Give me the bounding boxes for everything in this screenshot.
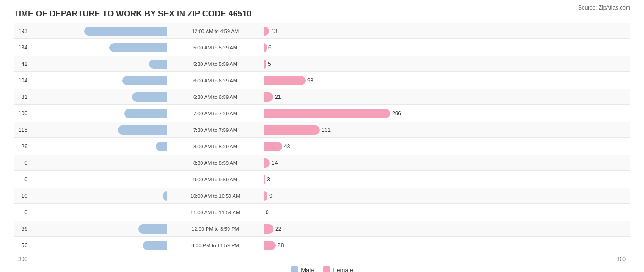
male-value: 100 — [14, 110, 27, 117]
time-label: 7:30 AM to 7:59 AM — [169, 127, 261, 133]
right-section: 296 — [261, 109, 417, 118]
right-section: 22 — [261, 224, 417, 234]
female-bar — [264, 43, 267, 52]
time-label: 8:30 AM to 8:59 AM — [169, 160, 261, 166]
male-bar-container — [29, 208, 167, 217]
right-section: 5 — [261, 60, 417, 69]
time-label: 12:00 AM to 4:59 AM — [169, 28, 261, 34]
male-bar — [118, 125, 167, 135]
table-row: 0 11:00 AM to 11:59 AM 0 — [14, 205, 630, 220]
male-bar-container — [29, 175, 167, 184]
chart-title: TIME OF DEPARTURE TO WORK BY SEX IN ZIP … — [14, 9, 630, 19]
female-value: 43 — [284, 143, 298, 150]
left-section: 104 — [14, 76, 169, 85]
table-row: 100 7:00 AM to 7:29 AM 296 — [14, 106, 630, 121]
female-value: 22 — [275, 226, 289, 232]
left-section: 134 — [14, 43, 169, 52]
time-label: 12:00 PM to 3:59 PM — [169, 226, 261, 232]
male-bar-container — [29, 125, 167, 135]
time-label: 9:00 AM to 9:59 AM — [169, 177, 261, 182]
table-row: 134 5:00 AM to 5:29 AM 6 — [14, 40, 630, 55]
left-section: 0 — [14, 208, 169, 217]
left-section: 81 — [14, 92, 169, 102]
male-value: 0 — [14, 160, 27, 166]
male-value: 26 — [14, 143, 27, 150]
male-bar-container — [29, 27, 167, 36]
male-bar — [143, 241, 167, 250]
left-section: 115 — [14, 125, 169, 135]
male-bar-container — [29, 142, 167, 151]
male-value: 193 — [14, 28, 27, 34]
table-row: 115 7:30 AM to 7:59 AM 131 — [14, 122, 630, 138]
right-section: 98 — [261, 76, 417, 85]
right-section: 43 — [261, 142, 417, 151]
male-bar — [109, 43, 167, 52]
female-bar — [264, 109, 390, 118]
female-value: 13 — [271, 28, 285, 34]
left-section: 56 — [14, 241, 169, 250]
chart-area: 193 12:00 AM to 4:59 AM 13 134 5:00 AM t… — [14, 23, 630, 253]
right-section: 3 — [261, 175, 417, 184]
table-row: 42 5:30 AM to 5:59 AM 5 — [14, 56, 630, 72]
male-value: 66 — [14, 226, 27, 232]
female-bar — [264, 191, 267, 201]
female-value: 131 — [322, 127, 335, 133]
left-section: 193 — [14, 27, 169, 36]
female-value: 5 — [268, 61, 282, 67]
female-legend-box — [323, 266, 330, 272]
male-legend-box — [291, 266, 298, 272]
male-bar-container — [29, 224, 167, 234]
time-label: 6:30 AM to 6:59 AM — [169, 94, 261, 100]
male-value: 56 — [14, 242, 27, 249]
male-bar-container — [29, 241, 167, 250]
right-section: 9 — [261, 191, 417, 201]
left-section: 42 — [14, 60, 169, 69]
right-section: 28 — [261, 241, 417, 250]
female-bar — [264, 27, 269, 36]
time-label: 4:00 PM to 11:59 PM — [169, 243, 261, 248]
female-bar — [264, 76, 306, 85]
left-section: 0 — [14, 175, 169, 184]
right-section: 14 — [261, 158, 417, 168]
female-value: 21 — [275, 94, 289, 100]
time-label: 11:00 AM to 11:59 AM — [169, 210, 261, 215]
time-label: 7:00 AM to 7:29 AM — [169, 111, 261, 116]
right-section: 0 — [261, 208, 417, 217]
table-row: 193 12:00 AM to 4:59 AM 13 — [14, 23, 630, 39]
male-bar — [149, 60, 167, 69]
time-label: 8:00 AM to 8:29 AM — [169, 144, 261, 149]
female-bar — [264, 60, 266, 69]
female-value: 296 — [392, 110, 406, 117]
table-row: 104 6:00 AM to 6:29 AM 98 — [14, 73, 630, 88]
left-section: 0 — [14, 158, 169, 168]
female-value: 6 — [268, 44, 282, 51]
male-bar-container — [29, 92, 167, 102]
table-row: 0 9:00 AM to 9:59 AM 3 — [14, 172, 630, 187]
table-row: 0 8:30 AM to 8:59 AM 14 — [14, 155, 630, 171]
male-value: 0 — [14, 176, 27, 183]
male-value: 81 — [14, 94, 27, 100]
male-bar-container — [29, 109, 167, 118]
female-bar — [264, 92, 273, 102]
chart-container: TIME OF DEPARTURE TO WORK BY SEX IN ZIP … — [0, 0, 644, 272]
table-row: 26 8:00 AM to 8:29 AM 43 — [14, 139, 630, 154]
legend-female: Female — [323, 266, 353, 272]
female-value: 14 — [272, 160, 285, 166]
male-value: 104 — [14, 77, 27, 84]
axis-row: 300 300 — [14, 256, 630, 262]
male-value: 134 — [14, 44, 27, 51]
female-value: 28 — [278, 242, 291, 249]
female-bar — [264, 158, 270, 168]
male-bar-container — [29, 191, 167, 201]
table-row: 10 10:00 AM to 10:59 AM 9 — [14, 188, 630, 204]
female-value: 9 — [269, 193, 283, 199]
male-bar — [122, 76, 167, 85]
axis-left-label: 300 — [14, 256, 169, 262]
left-section: 26 — [14, 142, 169, 151]
male-bar-container — [29, 158, 167, 168]
axis-right-label: 300 — [261, 256, 630, 262]
right-section: 21 — [261, 92, 417, 102]
time-label: 10:00 AM to 10:59 AM — [169, 193, 261, 199]
legend: Male Female — [14, 266, 630, 272]
legend-male: Male — [291, 266, 314, 272]
